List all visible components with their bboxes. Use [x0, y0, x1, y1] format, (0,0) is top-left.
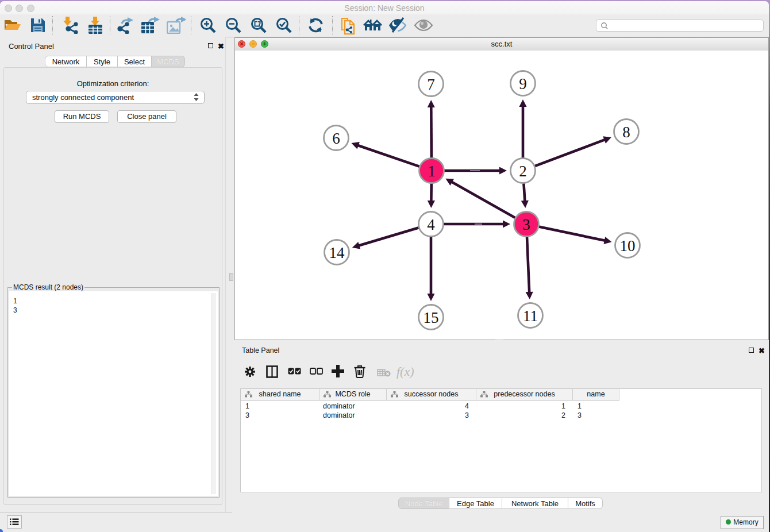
svg-text:10: 10 [620, 237, 636, 255]
svg-text:4: 4 [427, 216, 435, 233]
svg-text:15: 15 [424, 309, 439, 326]
svg-text:6: 6 [332, 130, 340, 147]
svg-text:7: 7 [427, 76, 435, 93]
svg-text:8: 8 [622, 124, 630, 141]
svg-text:2: 2 [519, 163, 527, 180]
svg-text:1: 1 [428, 163, 436, 180]
svg-text:9: 9 [519, 75, 527, 92]
svg-text:11: 11 [523, 307, 538, 325]
svg-text:14: 14 [329, 244, 345, 261]
svg-text:3: 3 [522, 216, 530, 233]
